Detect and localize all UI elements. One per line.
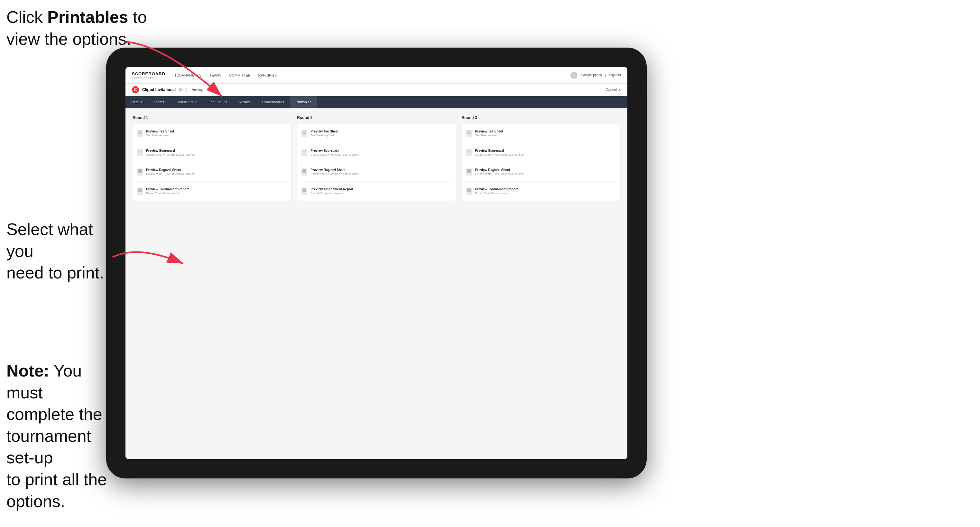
round-2-raguzzi[interactable]: Preview Raguzzi Sheet Course setup + Tee… (301, 167, 451, 177)
tournament-report-title: Preview Tournament Report (146, 187, 189, 191)
logo-title: SCOREBOARD (132, 71, 165, 76)
scorecard-icon-r3 (466, 149, 472, 156)
round-3-tee-sheet[interactable]: Preview Tee Sheet Tee Sheet required (466, 128, 616, 138)
tournament-header: C Clippd Invitational (Men) Hosting Canc… (126, 84, 627, 96)
divider (466, 162, 616, 162)
tee-sheet-title: Preview Tee Sheet (146, 130, 174, 133)
tournament-report-subtitle: Round Completion required (146, 192, 189, 195)
r2-scorecard-subtitle: Course setup + Tee Sheet data required (310, 153, 359, 156)
round-2-column: Round 2 Preview Tee Sheet Tee Sheet requ… (297, 116, 456, 201)
raguzzi-icon-r3 (466, 168, 472, 176)
raguzzi-icon (137, 168, 143, 176)
tee-sheet-subtitle: Tee Sheet required (146, 134, 174, 137)
r2-tee-sheet-title: Preview Tee Sheet (310, 130, 339, 133)
rounds-grid: Round 1 Preview Tee Sheet Tee Sheet requ… (132, 116, 620, 201)
top-nav-right: blair@clippd.io | Sign out (570, 72, 621, 79)
scorecard-icon (137, 149, 143, 156)
round-2-tournament-report[interactable]: Preview Tournament Report Round Completi… (301, 186, 451, 196)
round-1-tournament-report[interactable]: Preview Tournament Report Round Completi… (137, 186, 287, 196)
tab-course-setup[interactable]: Course Setup (170, 96, 203, 108)
r3-raguzzi-subtitle: Course setup + Tee Sheet data required (475, 172, 524, 176)
round-3-tournament-report[interactable]: Preview Tournament Report Round Completi… (466, 186, 616, 196)
tablet-screen: SCOREBOARD Powered by clippd TOURNAMENTS… (126, 67, 627, 459)
r3-scorecard-subtitle: Course setup + Tee Sheet data required (475, 153, 524, 156)
scoreboard-logo: SCOREBOARD Powered by clippd (132, 71, 165, 79)
round-3-scorecard[interactable]: Preview Scorecard Course setup + Tee She… (466, 148, 616, 157)
r2-tee-sheet-subtitle: Tee Sheet required (310, 134, 339, 137)
nav-rankings[interactable]: RANKINGS (258, 72, 277, 78)
r2-tournament-report-title: Preview Tournament Report (310, 187, 353, 191)
r3-tee-sheet-subtitle: Tee Sheet required (475, 134, 503, 137)
round-3-raguzzi[interactable]: Preview Raguzzi Sheet Course setup + Tee… (466, 167, 616, 177)
round-2-scorecard[interactable]: Preview Scorecard Course setup + Tee She… (301, 148, 451, 157)
round-3-card: Preview Tee Sheet Tee Sheet required Pre… (462, 124, 620, 201)
tab-details[interactable]: Details (126, 96, 148, 108)
raguzzi-subtitle: Course setup + Tee Sheet data required (146, 172, 195, 176)
scorecard-title: Preview Scorecard (146, 149, 195, 152)
r3-tournament-report-title: Preview Tournament Report (475, 187, 518, 191)
r3-tee-sheet-title: Preview Tee Sheet (475, 130, 503, 133)
divider (466, 143, 616, 143)
scorecard-subtitle: Course setup + Tee Sheet data required (146, 153, 195, 156)
tee-sheet-icon (137, 130, 143, 137)
round-2-title: Round 2 (297, 116, 456, 120)
tab-leaderboards[interactable]: Leaderboards (256, 96, 290, 108)
divider (466, 181, 616, 182)
nav-tournaments[interactable]: TOURNAMENTS (174, 72, 202, 78)
tournament-report-icon (137, 188, 143, 195)
r2-tournament-report-subtitle: Round Completion required (310, 192, 353, 195)
r3-scorecard-title: Preview Scorecard (475, 149, 524, 152)
tournament-hosting: Hosting (192, 88, 203, 92)
tournament-name: Clippd Invitational (142, 87, 176, 92)
r2-raguzzi-subtitle: Course setup + Tee Sheet data required (310, 172, 359, 176)
round-3-column: Round 3 Preview Tee Sheet Tee Sheet requ… (462, 116, 620, 201)
divider (301, 162, 451, 162)
divider (301, 143, 451, 143)
r3-raguzzi-title: Preview Raguzzi Sheet (475, 168, 524, 172)
divider (137, 181, 287, 182)
round-1-card: Preview Tee Sheet Tee Sheet required Pre… (132, 124, 291, 201)
raguzzi-icon-r2 (301, 168, 307, 176)
raguzzi-title: Preview Raguzzi Sheet (146, 168, 195, 172)
annotation-note-bold: Note: (6, 361, 49, 380)
tee-sheet-icon-r3 (466, 130, 472, 137)
round-1-title: Round 1 (132, 116, 291, 120)
r3-tournament-report-subtitle: Round Completion required (475, 192, 518, 195)
round-2-tee-sheet[interactable]: Preview Tee Sheet Tee Sheet required (301, 128, 451, 138)
separator: | (605, 73, 606, 77)
divider (137, 143, 287, 143)
top-nav-links: TOURNAMENTS TEAMS COMMITTEE RANKINGS (174, 72, 570, 78)
tournament-tag: (Men) (179, 88, 187, 92)
round-1-column: Round 1 Preview Tee Sheet Tee Sheet requ… (132, 116, 291, 201)
round-3-title: Round 3 (462, 116, 620, 120)
r2-scorecard-title: Preview Scorecard (310, 149, 359, 152)
tournament-report-icon-r2 (301, 188, 307, 195)
tab-teams[interactable]: Teams (148, 96, 170, 108)
tab-results[interactable]: Results (233, 96, 256, 108)
round-1-raguzzi[interactable]: Preview Raguzzi Sheet Course setup + Tee… (137, 167, 287, 177)
tablet-device: SCOREBOARD Powered by clippd TOURNAMENTS… (106, 48, 647, 478)
tab-tee-groups[interactable]: Tee Groups (203, 96, 233, 108)
main-content: Round 1 Preview Tee Sheet Tee Sheet requ… (126, 108, 627, 459)
nav-teams[interactable]: TEAMS (210, 72, 222, 78)
nav-committee[interactable]: COMMITTEE (229, 72, 251, 78)
round-2-card: Preview Tee Sheet Tee Sheet required Pre… (297, 124, 456, 201)
tournament-report-icon-r3 (466, 188, 472, 195)
round-1-scorecard[interactable]: Preview Scorecard Course setup + Tee She… (137, 148, 287, 157)
divider (137, 162, 287, 162)
sign-out-link[interactable]: Sign out (609, 73, 621, 77)
avatar (570, 72, 578, 79)
logo-subtitle: Powered by clippd (132, 76, 165, 79)
annotation-middle: Select what you need to print. (6, 219, 106, 284)
scorecard-icon-r2 (301, 149, 307, 156)
top-nav: SCOREBOARD Powered by clippd TOURNAMENTS… (126, 67, 627, 84)
divider (301, 181, 451, 182)
annotation-bottom: Note: You mustcomplete thetournament set… (6, 360, 116, 512)
user-email: blair@clippd.io (581, 73, 602, 77)
r2-raguzzi-title: Preview Raguzzi Sheet (310, 168, 359, 172)
tournament-logo: C (132, 86, 139, 93)
tab-printables[interactable]: Printables (290, 96, 317, 108)
tee-sheet-icon-r2 (301, 130, 307, 137)
cancel-button[interactable]: Cancel ✕ (606, 88, 621, 92)
round-1-tee-sheet[interactable]: Preview Tee Sheet Tee Sheet required (137, 128, 287, 138)
